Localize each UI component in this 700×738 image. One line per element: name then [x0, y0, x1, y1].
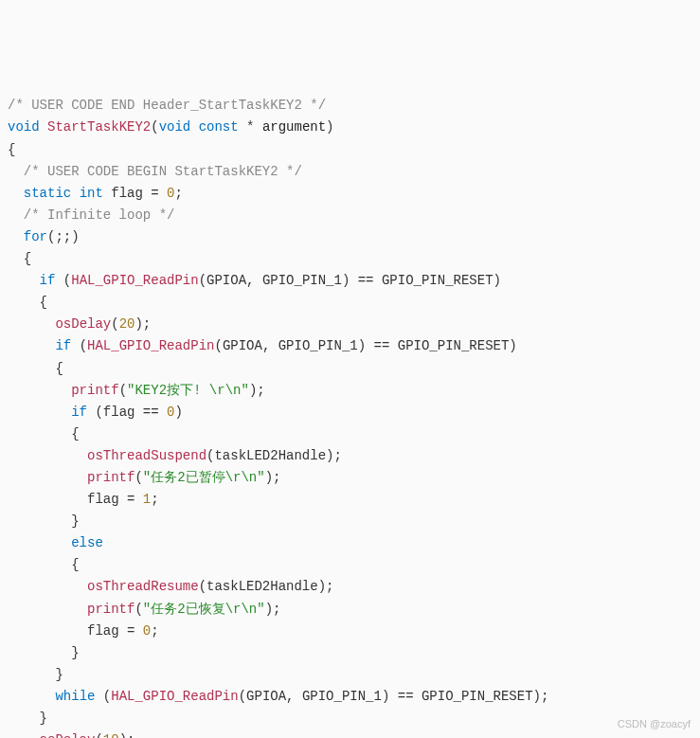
keyword-void: void: [159, 119, 191, 135]
func-call: printf: [87, 470, 135, 485]
paren-semi: );: [119, 732, 135, 738]
semicolon: ;: [151, 623, 158, 639]
const-reset: GPIO_PIN_RESET: [422, 689, 533, 704]
func-call: HAL_GPIO_ReadPin: [71, 273, 198, 288]
brace: }: [8, 711, 47, 726]
brace: }: [8, 645, 80, 660]
const-gpioa: GPIOA: [246, 689, 286, 704]
func-call: osThreadResume: [87, 579, 199, 594]
paren: ): [326, 119, 333, 135]
indent: [8, 405, 71, 420]
var-flag: flag: [103, 405, 135, 420]
keyword-void: void: [8, 119, 40, 135]
keyword-if: if: [55, 338, 71, 353]
star: *: [239, 119, 262, 135]
indent: [8, 316, 55, 332]
indent: [8, 623, 87, 639]
indent: [8, 492, 87, 507]
indent: [8, 732, 40, 738]
const-gpioa: GPIOA: [223, 338, 262, 353]
number: 10: [103, 732, 119, 738]
paren: (: [214, 338, 222, 353]
indent: [8, 448, 87, 463]
equals: =: [119, 492, 143, 507]
code-block: /* USER CODE END Header_StartTaskKEY2 */…: [8, 95, 692, 738]
const-pin1: GPIO_PIN_1: [262, 273, 342, 288]
brace: {: [8, 251, 31, 266]
number: 1: [143, 492, 151, 507]
const-pin1: GPIO_PIN_1: [278, 338, 358, 353]
func-call: HAL_GPIO_ReadPin: [111, 689, 238, 704]
keyword-if: if: [71, 405, 87, 420]
space: [103, 186, 111, 201]
const-gpioa: GPIOA: [206, 273, 246, 288]
paren: (: [87, 405, 103, 420]
paren: (: [135, 470, 142, 485]
func-call: osDelay: [55, 316, 111, 332]
var-handle: taskLED2Handle: [206, 579, 318, 594]
comma: ,: [262, 338, 278, 353]
brace: {: [8, 557, 80, 572]
paren: (: [111, 316, 118, 332]
number: 20: [119, 316, 135, 332]
equals: =: [119, 623, 143, 639]
indent: [8, 338, 55, 353]
paren-semi: );: [326, 448, 342, 463]
for-empty: (;;): [47, 229, 80, 244]
const-pin1: GPIO_PIN_1: [302, 689, 382, 704]
const-reset: GPIO_PIN_RESET: [382, 273, 494, 288]
keyword-const: const: [199, 119, 239, 135]
comma: ,: [286, 689, 302, 704]
paren: (: [119, 383, 127, 398]
equals: ==: [389, 689, 422, 704]
brace: {: [8, 361, 63, 376]
paren: (: [199, 273, 206, 288]
equals: ==: [135, 405, 167, 420]
comment: /* USER CODE END Header_StartTaskKEY2 */: [8, 98, 326, 113]
brace: {: [8, 295, 47, 310]
comment: /* Infinite loop */: [8, 207, 174, 223]
paren: (: [55, 273, 71, 288]
paren-semi: );: [265, 602, 281, 617]
paren-semi: );: [318, 579, 334, 594]
func-call: printf: [87, 602, 135, 617]
paren: (: [95, 689, 111, 704]
func-call: osThreadSuspend: [87, 448, 206, 463]
paren: (: [199, 579, 206, 594]
string: "任务2已暂停\r\n": [143, 470, 265, 485]
indent: [8, 579, 87, 594]
indent: [8, 470, 87, 485]
brace: }: [8, 667, 63, 682]
param: argument: [262, 119, 326, 135]
number: 0: [143, 623, 151, 639]
brace: }: [8, 513, 80, 529]
keyword-if: if: [40, 273, 56, 288]
func-call: HAL_GPIO_ReadPin: [87, 338, 214, 353]
string: "KEY2按下! \r\n": [127, 383, 249, 398]
paren: ): [174, 405, 182, 420]
semicolon: ;: [151, 492, 158, 507]
var-flag: flag: [87, 623, 119, 639]
comment: /* USER CODE BEGIN StartTaskKEY2 */: [8, 164, 302, 179]
var-flag: flag: [111, 186, 143, 201]
indent: [8, 535, 71, 550]
paren: ): [494, 273, 501, 288]
brace: {: [8, 142, 15, 157]
watermark: CSDN @zoacyf: [618, 715, 691, 732]
number: 0: [167, 186, 174, 201]
indent: [8, 689, 55, 704]
equals: ==: [366, 338, 398, 353]
semicolon: ;: [175, 186, 183, 201]
equals: =: [143, 186, 167, 201]
indent: [8, 602, 87, 617]
paren: (: [95, 732, 102, 738]
string: "任务2已恢复\r\n": [143, 602, 265, 617]
keyword-else: else: [71, 535, 103, 550]
paren: (: [151, 119, 158, 135]
var-flag: flag: [87, 492, 119, 507]
paren: ): [509, 338, 516, 353]
keyword-static: static: [24, 186, 71, 201]
paren-semi: );: [533, 689, 549, 704]
function-name: StartTaskKEY2: [47, 119, 151, 135]
indent: [8, 186, 24, 201]
